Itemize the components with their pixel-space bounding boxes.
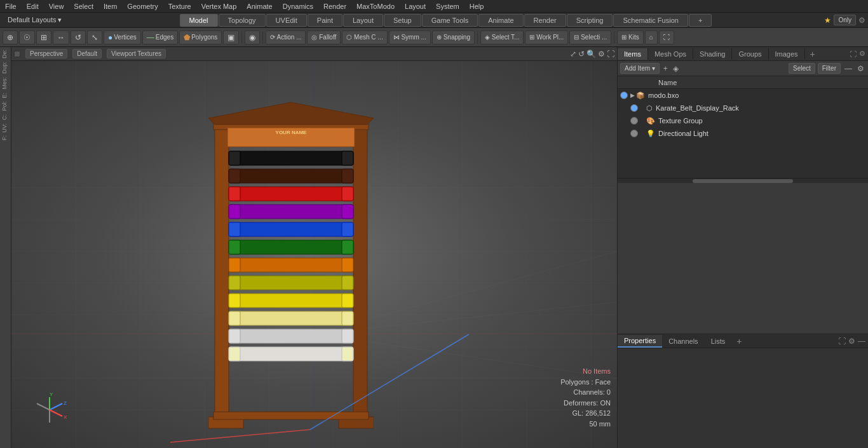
tb-selecti[interactable]: ⊟ Selecti ... bbox=[569, 31, 611, 44]
tb-view-mode[interactable]: ☉ bbox=[19, 31, 35, 44]
tab-game-tools[interactable]: Game Tools bbox=[422, 14, 478, 27]
tb-snapping2[interactable]: ⊕ Snapping bbox=[432, 31, 475, 44]
default-layouts-dropdown[interactable]: Default Layouts ▾ bbox=[3, 15, 67, 25]
menu-vertex-map[interactable]: Vertex Map bbox=[196, 1, 242, 11]
left-tool-de[interactable]: De: bbox=[1, 48, 10, 60]
viewport[interactable]: Perspective Default Viewport Textures ⤢ … bbox=[11, 47, 617, 448]
tb-home[interactable]: ⌂ bbox=[645, 31, 658, 44]
tb-action[interactable]: ⟳ Action ... bbox=[266, 31, 306, 44]
tb-polygons[interactable]: ⬟ Polygons bbox=[179, 31, 222, 44]
vp-rotate-icon[interactable]: ↺ bbox=[578, 50, 585, 58]
menu-select[interactable]: Select bbox=[69, 1, 98, 11]
tb-falloff[interactable]: ◎ Falloff bbox=[307, 31, 341, 44]
menu-edit[interactable]: Edit bbox=[22, 1, 44, 11]
menu-animate[interactable]: Animate bbox=[241, 1, 277, 11]
items-tb-copy-icon[interactable]: ◈ bbox=[672, 64, 680, 73]
default-button[interactable]: Default bbox=[72, 49, 102, 58]
tab-paint[interactable]: Paint bbox=[308, 14, 342, 27]
tb-work-pl[interactable]: ⊞ Work Pl... bbox=[525, 31, 568, 44]
tab-model[interactable]: Model bbox=[180, 14, 218, 27]
tree-item-karate-belt[interactable]: ▶ ⬡ Karate_Belt_Display_Rack bbox=[618, 102, 868, 114]
tree-item-directional-light[interactable]: ▶ 💡 Directional Light bbox=[618, 127, 868, 140]
tab-mesh-ops[interactable]: Mesh Ops bbox=[648, 48, 693, 60]
right-panel-expand[interactable]: ⛶ bbox=[850, 50, 857, 58]
tb-scale[interactable]: ⤡ bbox=[87, 31, 102, 44]
tb-rotate[interactable]: ↺ bbox=[71, 31, 86, 44]
left-tool-c[interactable]: C: bbox=[1, 113, 10, 121]
tb-fullscreen[interactable]: ⛶ bbox=[659, 31, 674, 44]
tb-material[interactable]: ◉ bbox=[245, 31, 260, 44]
only-button[interactable]: Only bbox=[834, 15, 856, 25]
menu-help[interactable]: Help bbox=[465, 1, 489, 11]
vp-move-icon[interactable]: ⤢ bbox=[570, 50, 576, 58]
props-settings-icon[interactable]: ⚙ bbox=[848, 337, 855, 346]
tab-uvedit[interactable]: UVEdit bbox=[266, 14, 307, 27]
items-tb-add-icon[interactable]: + bbox=[662, 64, 669, 73]
menu-item[interactable]: Item bbox=[98, 1, 122, 11]
add-item-button[interactable]: Add Item ▾ bbox=[620, 63, 660, 74]
left-tool-dup[interactable]: Dup: bbox=[1, 60, 10, 75]
filter-button[interactable]: Filter bbox=[818, 63, 841, 74]
items-list[interactable]: ▶ 📦 modo.bxo ▶ ⬡ Karate_Belt_Display_Rac… bbox=[618, 89, 868, 178]
menu-layout[interactable]: Layout bbox=[400, 1, 431, 11]
tab-properties[interactable]: Properties bbox=[618, 335, 662, 348]
tb-snapping[interactable]: ⊞ bbox=[36, 31, 51, 44]
menu-render[interactable]: Render bbox=[318, 1, 351, 11]
left-tool-e[interactable]: E: bbox=[1, 92, 10, 100]
vp-zoom-icon[interactable]: 🔍 bbox=[587, 50, 596, 58]
vp-expand-icon[interactable]: ⛶ bbox=[607, 50, 614, 58]
tab-add[interactable]: + bbox=[689, 14, 712, 27]
props-close-icon[interactable]: — bbox=[858, 337, 865, 346]
menu-geometry[interactable]: Geometry bbox=[122, 1, 163, 11]
items-scrollbar[interactable] bbox=[693, 179, 793, 183]
tab-render[interactable]: Render bbox=[524, 14, 566, 27]
vp-settings-icon[interactable]: ⚙ bbox=[598, 50, 605, 58]
viewport-toggle[interactable] bbox=[14, 51, 20, 57]
tab-groups[interactable]: Groups bbox=[732, 48, 768, 60]
menu-file[interactable]: File bbox=[0, 1, 22, 11]
items-tb-minus-icon[interactable]: — bbox=[843, 64, 853, 73]
right-panel-settings[interactable]: ⚙ bbox=[859, 50, 865, 58]
select-button[interactable]: Select bbox=[789, 63, 815, 74]
left-tool-f[interactable]: F: bbox=[1, 134, 10, 142]
tree-item-texture-group[interactable]: ▶ 🎨 Texture Group bbox=[618, 114, 868, 127]
tab-setup[interactable]: Setup bbox=[384, 14, 421, 27]
items-tb-settings-icon[interactable]: ⚙ bbox=[856, 64, 865, 73]
perspective-button[interactable]: Perspective bbox=[25, 49, 67, 58]
tb-item-mode[interactable]: ▣ bbox=[223, 31, 239, 44]
left-tool-mes[interactable]: Mes: bbox=[1, 76, 10, 91]
tab-scripting[interactable]: Scripting bbox=[567, 14, 613, 27]
tab-lists[interactable]: Lists bbox=[705, 336, 732, 347]
menu-maxtomodo[interactable]: MaxToModo bbox=[351, 1, 400, 11]
tab-images[interactable]: Images bbox=[769, 48, 805, 60]
tb-select-t[interactable]: ◈ Select T... bbox=[480, 31, 524, 44]
expand-arrow-modo[interactable]: ▶ bbox=[630, 92, 635, 98]
tab-animate[interactable]: Animate bbox=[478, 14, 523, 27]
tb-kits[interactable]: ⊞ Kits bbox=[617, 31, 643, 44]
tab-shading[interactable]: Shading bbox=[693, 48, 732, 60]
tb-symm[interactable]: ⋈ Symm ... bbox=[389, 31, 431, 44]
left-tool-uv[interactable]: UV: bbox=[1, 122, 10, 134]
menu-dynamics[interactable]: Dynamics bbox=[278, 1, 318, 11]
tb-mesh-c[interactable]: ⬡ Mesh C ... bbox=[342, 31, 387, 44]
props-tabs-add[interactable]: + bbox=[731, 334, 747, 348]
right-tabs-add[interactable]: + bbox=[805, 47, 820, 61]
left-tool-pol[interactable]: Pol: bbox=[1, 100, 10, 112]
tb-select-mode[interactable]: ⊕ bbox=[3, 31, 18, 44]
tb-edges[interactable]: — Edges bbox=[142, 31, 178, 44]
menu-system[interactable]: System bbox=[431, 1, 465, 11]
tb-vertices[interactable]: ● Vertices bbox=[104, 31, 141, 44]
settings-icon[interactable]: ⚙ bbox=[858, 16, 865, 25]
viewport-textures-button[interactable]: Viewport Textures bbox=[107, 49, 166, 58]
tab-channels[interactable]: Channels bbox=[662, 336, 704, 347]
tb-transform[interactable]: ↔ bbox=[53, 31, 69, 44]
props-expand-icon[interactable]: ⛶ bbox=[838, 337, 846, 346]
tab-schematic-fusion[interactable]: Schematic Fusion bbox=[613, 14, 688, 27]
tab-layout[interactable]: Layout bbox=[343, 14, 383, 27]
tab-items[interactable]: Items bbox=[618, 48, 648, 60]
tree-item-modo-bxo[interactable]: ▶ 📦 modo.bxo bbox=[618, 89, 868, 102]
viewport-canvas[interactable]: YOUR NAME bbox=[11, 61, 617, 448]
menu-view[interactable]: View bbox=[44, 1, 69, 11]
menu-texture[interactable]: Texture bbox=[163, 1, 196, 11]
tab-topology[interactable]: Topology bbox=[219, 14, 266, 27]
